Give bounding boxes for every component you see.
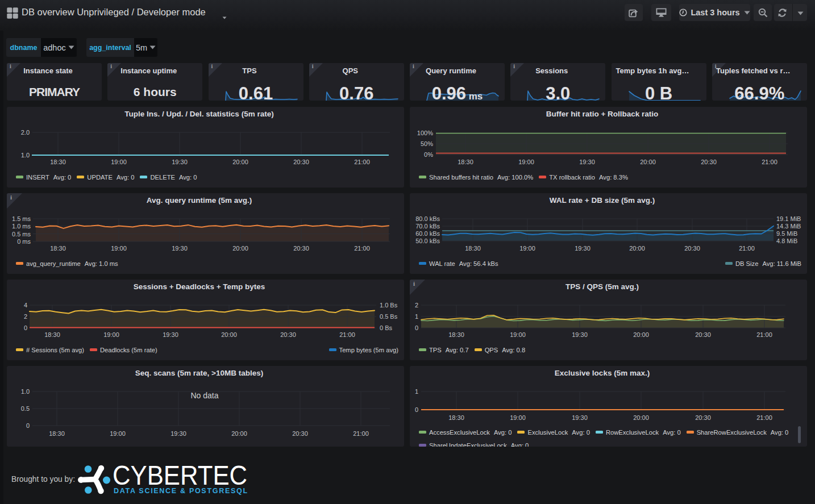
svg-text:20:30: 20:30 <box>684 245 700 252</box>
svg-text:19:00: 19:00 <box>519 245 535 252</box>
svg-text:4.8 MiB: 4.8 MiB <box>776 238 797 244</box>
svg-text:18:30: 18:30 <box>50 159 66 165</box>
svg-text:21:00: 21:00 <box>762 159 777 165</box>
svg-text:20:00: 20:00 <box>231 430 247 437</box>
svg-text:0.5 ms: 0.5 ms <box>12 231 31 238</box>
svg-text:1.0 ms: 1.0 ms <box>12 223 31 230</box>
svg-text:18:30: 18:30 <box>50 245 66 252</box>
svg-text:18:30: 18:30 <box>49 430 65 437</box>
svg-text:0.5: 0.5 <box>21 405 30 412</box>
svg-text:1.0: 1.0 <box>21 388 30 395</box>
svg-text:18:30: 18:30 <box>458 159 473 165</box>
svg-text:2: 2 <box>415 302 418 309</box>
svg-text:0: 0 <box>415 406 418 413</box>
svg-text:19:30: 19:30 <box>575 245 591 252</box>
svg-text:19:30: 19:30 <box>572 331 588 338</box>
svg-text:60.0 kBs: 60.0 kBs <box>415 230 440 237</box>
svg-text:0%: 0% <box>424 151 433 158</box>
svg-text:0 Bs: 0 Bs <box>380 324 393 331</box>
svg-text:20:30: 20:30 <box>695 331 711 338</box>
svg-text:18:30: 18:30 <box>44 331 60 338</box>
svg-text:0: 0 <box>24 324 27 331</box>
svg-text:No data: No data <box>190 391 218 400</box>
svg-text:18:30: 18:30 <box>465 245 481 252</box>
svg-text:21:00: 21:00 <box>756 331 772 338</box>
svg-text:19:30: 19:30 <box>172 245 188 252</box>
svg-text:50.0 kBs: 50.0 kBs <box>415 238 440 244</box>
svg-text:80.0 kBs: 80.0 kBs <box>415 215 440 222</box>
svg-text:19:00: 19:00 <box>111 159 127 165</box>
svg-text:0: 0 <box>415 324 418 331</box>
svg-text:19:00: 19:00 <box>103 331 119 338</box>
svg-text:19:00: 19:00 <box>510 331 526 338</box>
svg-text:19.1 MiB: 19.1 MiB <box>776 215 801 222</box>
svg-text:20:00: 20:00 <box>629 245 645 252</box>
svg-text:21:00: 21:00 <box>354 159 370 165</box>
svg-text:21:00: 21:00 <box>739 245 755 252</box>
svg-text:21:00: 21:00 <box>756 414 772 421</box>
svg-text:20:00: 20:00 <box>232 159 248 165</box>
svg-text:100%: 100% <box>417 130 433 136</box>
svg-text:21:00: 21:00 <box>339 331 355 338</box>
svg-text:20:30: 20:30 <box>701 159 717 165</box>
svg-text:1.0: 1.0 <box>21 152 30 159</box>
svg-text:20:00: 20:00 <box>640 159 656 165</box>
svg-text:20:00: 20:00 <box>633 414 649 421</box>
svg-text:0.5 Bs: 0.5 Bs <box>380 313 398 320</box>
svg-text:18:30: 18:30 <box>448 414 464 421</box>
svg-text:20:30: 20:30 <box>292 430 308 437</box>
svg-text:50%: 50% <box>421 140 433 147</box>
svg-text:19:30: 19:30 <box>171 430 186 437</box>
svg-text:19:30: 19:30 <box>579 159 595 165</box>
svg-text:14.3 MiB: 14.3 MiB <box>776 223 801 230</box>
svg-text:20:30: 20:30 <box>293 159 309 165</box>
svg-text:21:00: 21:00 <box>353 430 369 437</box>
svg-text:19:30: 19:30 <box>172 159 188 165</box>
svg-text:9.5 MiB: 9.5 MiB <box>776 230 797 237</box>
svg-text:19:30: 19:30 <box>572 414 588 421</box>
svg-text:19:00: 19:00 <box>111 245 127 252</box>
svg-text:20:30: 20:30 <box>695 414 711 421</box>
svg-text:19:00: 19:00 <box>518 159 534 165</box>
svg-text:2.0: 2.0 <box>21 129 30 136</box>
svg-text:19:00: 19:00 <box>510 414 526 421</box>
svg-text:1: 1 <box>415 313 418 320</box>
svg-text:4: 4 <box>24 302 27 309</box>
svg-text:0: 0 <box>26 422 30 429</box>
svg-text:20:00: 20:00 <box>633 331 649 338</box>
svg-text:21:00: 21:00 <box>354 245 370 252</box>
svg-text:2: 2 <box>24 313 27 320</box>
svg-text:1: 1 <box>415 388 418 395</box>
svg-text:1.0 Bs: 1.0 Bs <box>380 302 398 309</box>
svg-text:20:30: 20:30 <box>280 331 296 338</box>
svg-text:1.5 ms: 1.5 ms <box>12 215 31 222</box>
svg-text:19:00: 19:00 <box>110 430 126 437</box>
svg-text:20:30: 20:30 <box>293 245 309 252</box>
svg-text:18:30: 18:30 <box>448 331 464 338</box>
svg-text:70.0 kBs: 70.0 kBs <box>415 223 440 230</box>
svg-text:0 ms: 0 ms <box>17 238 31 245</box>
svg-text:19:30: 19:30 <box>163 331 178 338</box>
svg-text:20:00: 20:00 <box>221 331 237 338</box>
svg-text:20:00: 20:00 <box>232 245 248 252</box>
